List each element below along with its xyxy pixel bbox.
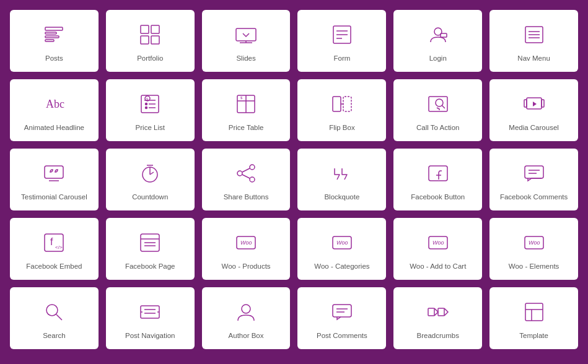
widget-card-facebook-embed[interactable]: f</>Facebook Embed (10, 218, 99, 280)
svg-text:f: f (50, 236, 53, 247)
woo-categories-icon: Woo (329, 230, 355, 256)
template-label: Template (519, 331, 548, 340)
woo-products-icon: Woo (233, 230, 259, 256)
widget-card-call-to-action[interactable]: Call To Action (393, 79, 482, 141)
posts-label: Posts (45, 54, 63, 63)
svg-point-26 (146, 106, 147, 108)
media-carousel-icon (521, 91, 547, 117)
widget-card-woo-elements[interactable]: WooWoo - Elements (489, 218, 578, 280)
widget-card-animated-headline[interactable]: AbcAnimated Headline (10, 79, 99, 141)
call-to-action-label: Call To Action (416, 123, 459, 132)
widget-card-login[interactable]: Login (393, 10, 482, 72)
svg-rect-77 (141, 306, 159, 318)
price-list-label: Price List (136, 123, 165, 132)
svg-rect-6 (141, 36, 149, 44)
svg-text:Woo: Woo (240, 240, 252, 246)
call-to-action-icon (425, 91, 451, 117)
widget-card-post-comments[interactable]: Post Comments (297, 287, 386, 349)
widget-card-breadcrumbs[interactable]: Breadcrumbs (393, 287, 482, 349)
facebook-comments-label: Facebook Comments (500, 193, 568, 202)
svg-text:$: $ (240, 96, 243, 100)
search-label: Search (43, 331, 65, 340)
share-buttons-label: Share Buttons (224, 193, 269, 202)
widget-card-portfolio[interactable]: Portfolio (106, 10, 195, 72)
facebook-embed-label: Facebook Embed (26, 262, 82, 271)
widget-card-share-buttons[interactable]: Share Buttons (202, 149, 291, 210)
woo-add-to-cart-label: Woo - Add to Cart (410, 262, 466, 271)
animated-headline-icon: Abc (41, 91, 67, 117)
countdown-icon (137, 160, 163, 186)
blockquote-label: Blockquote (324, 193, 359, 202)
flip-box-icon (329, 91, 355, 117)
nav-menu-label: Nav Menu (517, 54, 550, 63)
facebook-embed-icon: f</> (41, 230, 67, 256)
svg-line-55 (242, 175, 250, 178)
svg-text:</>: </> (55, 245, 63, 250)
nav-menu-icon (521, 22, 547, 48)
blockquote-icon (329, 160, 355, 186)
media-carousel-label: Media Carousel (509, 123, 559, 132)
svg-rect-4 (141, 25, 149, 33)
widget-card-slides[interactable]: Slides (202, 10, 291, 72)
widget-card-author-box[interactable]: Author Box (202, 287, 291, 349)
widget-card-post-navigation[interactable]: Post Navigation (106, 287, 195, 349)
slides-icon (233, 22, 259, 48)
flip-box-label: Flip Box (329, 123, 355, 132)
widget-card-posts[interactable]: Posts (10, 10, 99, 72)
widget-card-template[interactable]: Template (489, 287, 578, 349)
svg-rect-84 (428, 308, 434, 316)
svg-rect-0 (45, 27, 63, 30)
widget-card-woo-add-to-cart[interactable]: WooWoo - Add to Cart (393, 218, 482, 280)
price-table-label: Price Table (229, 123, 264, 132)
form-label: Form (333, 54, 350, 63)
svg-rect-34 (333, 97, 341, 111)
widget-card-woo-products[interactable]: WooWoo - Products (202, 218, 291, 280)
login-icon (425, 22, 451, 48)
animated-headline-label: Animated Headline (24, 123, 84, 132)
login-label: Login (429, 54, 447, 63)
svg-line-39 (442, 105, 445, 108)
widget-card-price-list[interactable]: $Price List (106, 79, 195, 141)
widget-card-media-carousel[interactable]: Media Carousel (489, 79, 578, 141)
widget-card-flip-box[interactable]: Flip Box (297, 79, 386, 141)
woo-products-label: Woo - Products (222, 262, 271, 271)
widget-card-testimonial-carousel[interactable]: Testimonial Carousel (10, 149, 99, 210)
portfolio-label: Portfolio (137, 54, 163, 63)
widget-card-blockquote[interactable]: Blockquote (297, 149, 386, 210)
svg-rect-56 (429, 166, 447, 181)
woo-categories-label: Woo - Categories (314, 262, 369, 271)
svg-marker-43 (533, 102, 537, 106)
svg-point-24 (146, 103, 147, 105)
svg-line-54 (242, 168, 250, 172)
svg-line-76 (56, 314, 62, 320)
svg-rect-3 (45, 40, 54, 41)
widget-card-woo-categories[interactable]: WooWoo - Categories (297, 218, 386, 280)
price-table-icon: $ (233, 91, 259, 117)
widget-card-facebook-comments[interactable]: Facebook Comments (489, 149, 578, 210)
post-comments-icon (329, 299, 355, 325)
woo-add-to-cart-icon: Woo (425, 230, 451, 256)
form-icon (329, 22, 355, 48)
testimonial-carousel-icon (41, 160, 67, 186)
widget-card-countdown[interactable]: Countdown (106, 149, 195, 210)
widget-card-facebook-page[interactable]: Facebook Page (106, 218, 195, 280)
breadcrumbs-icon (425, 299, 451, 325)
widget-card-price-table[interactable]: $Price Table (202, 79, 291, 141)
svg-rect-86 (525, 303, 543, 321)
search-icon (41, 299, 67, 325)
svg-point-75 (46, 305, 58, 316)
svg-rect-1 (45, 32, 56, 34)
svg-text:Woo: Woo (529, 240, 540, 246)
price-list-icon: $ (137, 91, 163, 117)
widget-card-search[interactable]: Search (10, 287, 99, 349)
countdown-label: Countdown (132, 193, 168, 202)
svg-rect-7 (151, 36, 159, 44)
svg-rect-35 (343, 97, 351, 111)
widget-card-nav-menu[interactable]: Nav Menu (489, 10, 578, 72)
svg-rect-81 (333, 305, 351, 317)
widget-card-form[interactable]: Form (297, 10, 386, 72)
svg-rect-42 (542, 100, 544, 107)
svg-text:Woo: Woo (432, 240, 444, 246)
facebook-button-label: Facebook Button (411, 193, 465, 202)
widget-card-facebook-button[interactable]: Facebook Button (393, 149, 482, 210)
